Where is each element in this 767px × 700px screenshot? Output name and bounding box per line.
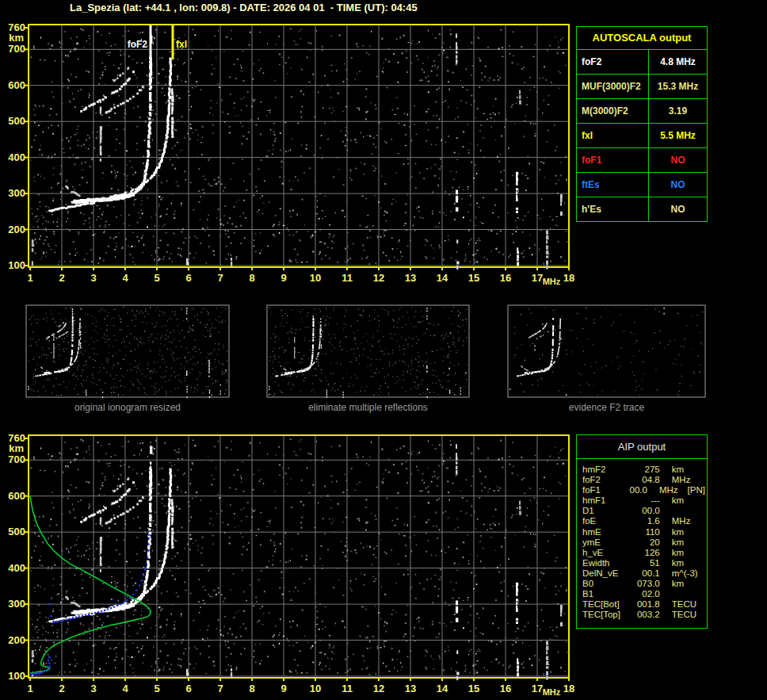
autoscala-row-label: ftEs — [577, 173, 649, 197]
svg-text:18: 18 — [563, 683, 574, 694]
svg-text:1: 1 — [27, 272, 32, 284]
aip-row-tecbot: TEC[Bot]001.8TECU — [582, 599, 705, 610]
svg-text:13: 13 — [405, 683, 416, 694]
aip-row-hmf1: hmF1---km — [582, 495, 705, 506]
thumbnail-caption-original: original ionogram resized — [26, 402, 229, 413]
aip-label: hmE — [582, 527, 628, 537]
aip-unit: km — [672, 465, 704, 475]
aip-unit: km — [672, 527, 704, 537]
svg-text:10: 10 — [310, 272, 321, 284]
aip-unit — [672, 506, 704, 516]
svg-text:MHz: MHz — [543, 687, 561, 697]
aip-unit: km — [672, 558, 704, 568]
aip-unit: TECU — [672, 599, 704, 610]
aip-value: 04.8 — [628, 475, 660, 485]
top-ionogram: 760700600500400300200100km12345678910111… — [8, 21, 574, 286]
aip-unit: MHz — [672, 516, 704, 526]
thumbnail-eliminate — [267, 305, 469, 398]
aip-value: 073.0 — [628, 579, 660, 589]
aip-value: 20 — [628, 537, 660, 548]
svg-text:100: 100 — [8, 670, 25, 682]
autoscala-row-value: 15.3 MHz — [649, 75, 707, 98]
autoscala-row-fxi: fxI5.5 MHz — [577, 124, 707, 148]
aip-row-hmf2: hmF2275km — [582, 465, 705, 475]
autoscala-row-value: NO — [649, 197, 707, 221]
aip-unit: km — [672, 495, 704, 506]
svg-text:4: 4 — [122, 272, 128, 284]
aip-value: 126 — [628, 548, 660, 558]
svg-text:2: 2 — [59, 272, 64, 284]
svg-text:5: 5 — [154, 272, 159, 284]
autoscala-window: La_Spezia (lat: +44.1 , lon: 009.8) - DA… — [0, 0, 767, 700]
aip-unit: km — [672, 537, 704, 548]
aip-label: TEC[Bot] — [582, 599, 628, 610]
svg-text:8: 8 — [249, 683, 254, 694]
aip-value: 003.2 — [628, 610, 660, 620]
aip-label: hmF2 — [582, 465, 628, 475]
svg-text:600: 600 — [8, 490, 25, 502]
aip-unit: km — [672, 548, 704, 558]
aip-unit: m^(-3) — [672, 568, 704, 579]
aip-row-ewidth: Ewidth51km — [582, 558, 705, 568]
aip-label: foF2 — [582, 475, 628, 485]
autoscala-table-rows: foF24.8 MHzMUF(3000)F215.3 MHzM(3000)F23… — [577, 50, 707, 221]
aip-value: 02.0 — [628, 589, 660, 599]
aip-unit: km — [672, 579, 704, 589]
svg-text:6: 6 — [185, 683, 191, 694]
aip-label: B1 — [582, 589, 628, 599]
aip-label: DelN_vE — [582, 568, 628, 579]
svg-text:500: 500 — [8, 115, 25, 127]
aip-row-b0: B0073.0km — [582, 579, 705, 589]
svg-text:13: 13 — [405, 272, 416, 284]
autoscala-row-label: fxI — [577, 124, 649, 147]
svg-text:4: 4 — [122, 683, 128, 694]
svg-text:600: 600 — [8, 79, 25, 91]
svg-text:5: 5 — [154, 683, 159, 694]
aip-unit: TECU — [672, 610, 704, 620]
thumbnail-caption-evidence: evidence F2 trace — [508, 402, 705, 413]
aip-unit: MHz — [672, 475, 704, 485]
svg-text:7: 7 — [217, 272, 223, 284]
autoscala-row-muf3000f2: MUF(3000)F215.3 MHz — [577, 75, 707, 99]
aip-unit: MHz — [659, 485, 686, 495]
svg-text:300: 300 — [8, 187, 25, 199]
autoscala-row-fof2: foF24.8 MHz — [577, 50, 707, 75]
thumbnail-evidence — [508, 305, 705, 397]
svg-text:11: 11 — [342, 683, 353, 694]
aip-label: foF1 — [582, 485, 620, 495]
electron-density-profile — [30, 495, 151, 673]
aip-value: --- — [628, 495, 660, 506]
aip-row-fof2: foF204.8MHz — [582, 475, 705, 485]
aip-row-fof1: foF100.0MHz[PN] — [582, 485, 705, 495]
autoscala-row-value: NO — [649, 173, 707, 197]
aip-label: D1 — [582, 506, 628, 516]
aip-label: hmF1 — [582, 495, 628, 506]
autoscala-row-ftes: ftEsNO — [577, 173, 707, 197]
svg-text:16: 16 — [500, 683, 511, 694]
aip-value: 00.1 — [628, 568, 660, 579]
svg-text:300: 300 — [8, 598, 25, 610]
svg-text:700: 700 — [8, 43, 25, 55]
svg-text:14: 14 — [437, 683, 448, 694]
autoscala-row-label: M(3000)F2 — [577, 99, 649, 123]
aip-value: 00.0 — [620, 485, 647, 495]
svg-text:16: 16 — [500, 272, 511, 284]
svg-text:2: 2 — [59, 683, 64, 694]
svg-text:7: 7 — [217, 683, 223, 694]
aip-label: ymE — [582, 537, 628, 548]
svg-text:9: 9 — [280, 683, 286, 694]
svg-text:200: 200 — [8, 634, 25, 646]
svg-text:fxI: fxI — [176, 39, 187, 50]
aip-label: Ewidth — [582, 558, 628, 568]
svg-text:700: 700 — [8, 453, 25, 465]
svg-text:8: 8 — [249, 272, 254, 284]
aip-row-delnve: DelN_vE00.1m^(-3) — [582, 568, 705, 579]
svg-text:500: 500 — [8, 526, 25, 537]
svg-text:15: 15 — [468, 272, 479, 284]
aip-row-tectop: TEC[Top]003.2TECU — [582, 610, 705, 620]
autoscala-output-table: AUTOSCALA output foF24.8 MHzMUF(3000)F21… — [576, 26, 708, 222]
svg-text:14: 14 — [437, 272, 448, 284]
autoscala-row-value: 3.19 — [649, 99, 707, 123]
svg-text:15: 15 — [468, 683, 479, 694]
svg-text:17: 17 — [532, 272, 543, 284]
